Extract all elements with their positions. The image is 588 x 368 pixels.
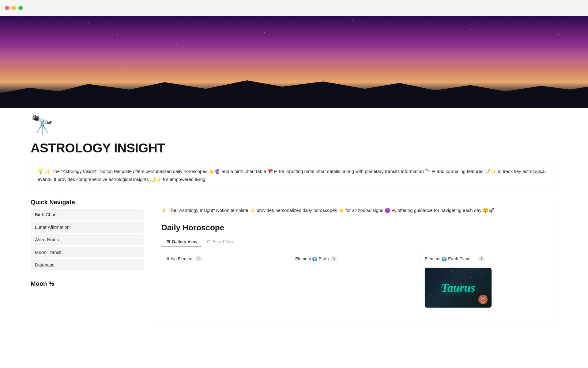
- quick-navigate-title: Quick Navigate: [31, 199, 144, 206]
- intro-text: 🌤️ The "Astrology Insight" Notion templa…: [161, 206, 550, 214]
- nav-item-database[interactable]: Database: [31, 259, 144, 270]
- intro-description: The "Astrology Insight" Notion template …: [168, 208, 496, 213]
- description-text: 💡 ✨ The "Astrology Insight" Notion templ…: [38, 169, 546, 182]
- column-earth-count: 0: [331, 256, 337, 261]
- nav-item-lunar-affirmation[interactable]: Lunar Affirmation: [31, 221, 144, 233]
- columns-row: 🖥 No Element 0 Element 🌍 Earth 0 Element…: [161, 253, 550, 264]
- taurus-label: Taurus: [441, 281, 475, 294]
- horoscope-title: Daily Horoscope: [161, 223, 550, 232]
- titlebar: [0, 0, 588, 16]
- nav-item-moon-transit[interactable]: Moon Transit: [31, 247, 144, 258]
- maximize-button[interactable]: [18, 6, 23, 10]
- moon-section: Moon %: [31, 280, 144, 287]
- description-box: 💡 ✨ The "Astrology Insight" Notion templ…: [31, 162, 557, 189]
- column-element-earth: Element 🌍 Earth 0: [291, 253, 420, 264]
- taurus-card[interactable]: Taurus ♉: [424, 267, 492, 308]
- tab-gallery-label: Gallery View: [172, 239, 197, 244]
- page-title: ASTROLOGY INSIGHT: [31, 136, 557, 162]
- column-earth-label: Element 🌍 Earth: [295, 256, 329, 261]
- taurus-bull-icon: ♉: [478, 294, 488, 305]
- intro-emoji: 🌤️: [161, 208, 167, 213]
- column-element-earth-planet: Element 🌍 Earth Planet ... 1: [420, 253, 550, 264]
- column-earth-planet-count: 1: [478, 256, 485, 261]
- minimize-button[interactable]: [12, 6, 16, 10]
- column-no-element-label: 🖥 No Element: [166, 256, 194, 261]
- page-icon: 🔭: [31, 108, 557, 136]
- board-icon: ⊞: [207, 239, 211, 244]
- main-content: 🌤️ The "Astrology Insight" Notion templa…: [154, 199, 557, 321]
- card-area: Taurus ♉: [161, 264, 550, 308]
- nav-item-birth-chart[interactable]: Birth Chart: [31, 209, 144, 220]
- tab-gallery-view[interactable]: ⊞ Gallery View: [161, 237, 202, 247]
- nav-item-astro-notes[interactable]: Astro Notes: [31, 234, 144, 245]
- view-tabs: ⊞ Gallery View ⊞ Board View: [161, 237, 550, 247]
- two-column-layout: Quick Navigate Birth Chart Lunar Affirma…: [31, 199, 557, 321]
- gallery-icon: ⊞: [166, 239, 170, 244]
- column-earth-planet-label: Element 🌍 Earth Planet ...: [425, 256, 477, 261]
- tab-board-view[interactable]: ⊞ Board View: [202, 237, 239, 247]
- moon-section-title: Moon %: [31, 280, 144, 287]
- hero-banner: [0, 16, 588, 108]
- page-content: 🔭 ASTROLOGY INSIGHT 💡 ✨ The "Astrology I…: [0, 108, 588, 321]
- column-no-element: 🖥 No Element 0: [161, 253, 291, 264]
- taurus-card-image: Taurus ♉: [425, 268, 492, 308]
- sidebar: Quick Navigate Birth Chart Lunar Affirma…: [31, 199, 144, 290]
- column-no-element-count: 0: [195, 256, 202, 261]
- close-button[interactable]: [5, 6, 9, 10]
- tab-board-label: Board View: [213, 239, 234, 244]
